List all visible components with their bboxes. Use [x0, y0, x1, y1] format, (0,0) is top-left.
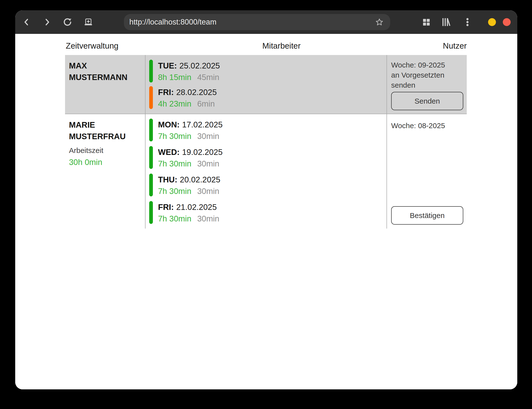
chevron-right-icon [43, 18, 51, 26]
new-tab-icon [84, 18, 93, 27]
day-date-line: TUE:25.02.2025 [158, 60, 220, 71]
day-date-line: FRI:21.02.2025 [158, 201, 219, 213]
nav-item-zeitverwaltung[interactable]: Zeitverwaltung [66, 41, 119, 51]
day-times-line: 8h 15min45min [158, 71, 220, 83]
screenshot-root: { "browser": { "url": "http://localhost:… [0, 0, 532, 409]
url-bar[interactable]: http://localhost:8000/team [124, 14, 390, 30]
day-times-line: 7h 30min30min [158, 158, 223, 169]
bookmark-star-icon[interactable] [375, 18, 384, 27]
week-label: an Vorgesetzten [391, 70, 467, 80]
work-duration: 7h 30min [158, 132, 191, 141]
day-date: 19.02.2025 [182, 148, 223, 157]
work-duration: 7h 30min [158, 187, 191, 196]
week-label: Woche: 08-2025 [391, 121, 467, 131]
pause-duration: 30min [197, 214, 219, 223]
day-entry: WED:19.02.2025 7h 30min30min [149, 146, 386, 169]
employee-days-cell: TUE:25.02.2025 8h 15min45min FRI:28.02.2… [145, 55, 386, 114]
day-status-bar [149, 174, 153, 196]
day-status-bar [149, 119, 153, 141]
reload-button[interactable] [62, 17, 73, 27]
day-status-bar [149, 146, 153, 169]
day-entry: MON:17.02.2025 7h 30min30min [149, 119, 386, 141]
day-date: 20.02.2025 [180, 175, 220, 184]
employee-row: MAX MUSTERMANN TUE:25.02.2025 8h 15min45… [65, 55, 467, 114]
employee-name-line: MAX [69, 60, 143, 71]
day-date: 25.02.2025 [179, 61, 220, 70]
kebab-menu-icon [463, 17, 472, 27]
employee-days-cell: MON:17.02.2025 7h 30min30min WED:19.02.2… [145, 114, 386, 229]
pause-duration: 6min [197, 99, 215, 108]
work-duration: 8h 15min [158, 73, 191, 82]
team-page: Zeitverwaltung Mitarbeiter Nutzer MAX MU… [15, 34, 517, 389]
pause-duration: 45min [197, 73, 219, 82]
day-date-line: WED:19.02.2025 [158, 146, 223, 158]
work-duration: 7h 30min [158, 214, 191, 223]
library-icon [441, 17, 451, 27]
employee-name-line: MUSTERFRAU [69, 131, 143, 142]
day-date: 17.02.2025 [182, 120, 223, 129]
senden-button[interactable]: Senden [391, 92, 463, 110]
day-status-bar [149, 201, 153, 224]
employee-name-cell: MARIE MUSTERFRAU Arbeitszeit 30h 0min [65, 114, 145, 229]
week-label: senden [391, 80, 467, 90]
week-actions-cell: Woche: 08-2025 Bestätigen [386, 114, 467, 229]
day-date: 28.02.2025 [176, 88, 217, 97]
day-status-bar [149, 86, 153, 109]
day-label: THU: [158, 175, 177, 184]
pause-duration: 30min [197, 132, 219, 141]
close-button[interactable] [503, 18, 511, 26]
day-label: FRI: [158, 203, 174, 212]
day-label: MON: [158, 120, 180, 129]
day-label: TUE: [158, 61, 177, 70]
week-actions-cell: Woche: 09-2025 an Vorgesetzten senden Se… [386, 55, 467, 114]
day-entry: TUE:25.02.2025 8h 15min45min [149, 60, 386, 82]
employee-name-cell: MAX MUSTERMANN [65, 55, 145, 114]
day-label: WED: [158, 148, 180, 157]
new-tab-button[interactable] [83, 17, 94, 27]
extensions-button[interactable] [421, 17, 432, 27]
day-entry: FRI:21.02.2025 7h 30min30min [149, 201, 386, 224]
day-label: FRI: [158, 88, 174, 97]
minimize-button[interactable] [488, 18, 496, 26]
day-times-line: 7h 30min30min [158, 213, 219, 224]
day-times-line: 7h 30min30min [158, 185, 220, 197]
work-duration: 7h 30min [158, 159, 191, 168]
forward-button[interactable] [42, 17, 53, 27]
browser-toolbar: http://localhost:8000/team [15, 10, 517, 34]
work-duration: 4h 23min [158, 99, 191, 108]
day-status-bar [149, 60, 153, 82]
chevron-left-icon [22, 18, 31, 26]
day-date-line: MON:17.02.2025 [158, 119, 223, 130]
week-label: Woche: 09-2025 [391, 60, 467, 70]
day-entry: FRI:28.02.2025 4h 23min6min [149, 86, 386, 109]
nav-item-mitarbeiter[interactable]: Mitarbeiter [262, 41, 301, 51]
pause-duration: 30min [197, 159, 219, 168]
worktime-value: 30h 0min [69, 157, 143, 168]
reload-icon [63, 17, 72, 27]
bestaetigen-button[interactable]: Bestätigen [391, 206, 463, 225]
day-entry: THU:20.02.2025 7h 30min30min [149, 174, 386, 196]
back-button[interactable] [21, 17, 32, 27]
day-times-line: 7h 30min30min [158, 130, 223, 142]
nav-header: Zeitverwaltung Mitarbeiter Nutzer [65, 34, 467, 55]
grid-icon [422, 18, 431, 27]
library-button[interactable] [441, 17, 452, 27]
pause-duration: 30min [197, 187, 219, 196]
day-date-line: FRI:28.02.2025 [158, 86, 217, 98]
day-date-line: THU:20.02.2025 [158, 174, 220, 185]
employee-name-line: MARIE [69, 119, 143, 131]
day-date: 21.02.2025 [176, 203, 217, 212]
employee-name-line: MUSTERMANN [69, 71, 143, 83]
menu-button[interactable] [462, 17, 473, 27]
page-content: Zeitverwaltung Mitarbeiter Nutzer MAX MU… [65, 34, 467, 229]
worktime-label: Arbeitszeit [69, 146, 143, 155]
day-times-line: 4h 23min6min [158, 98, 217, 109]
browser-window: http://localhost:8000/team [15, 10, 517, 389]
url-text[interactable]: http://localhost:8000/team [129, 18, 390, 27]
nav-item-nutzer[interactable]: Nutzer [443, 41, 467, 51]
employee-row: MARIE MUSTERFRAU Arbeitszeit 30h 0min MO… [65, 114, 467, 229]
